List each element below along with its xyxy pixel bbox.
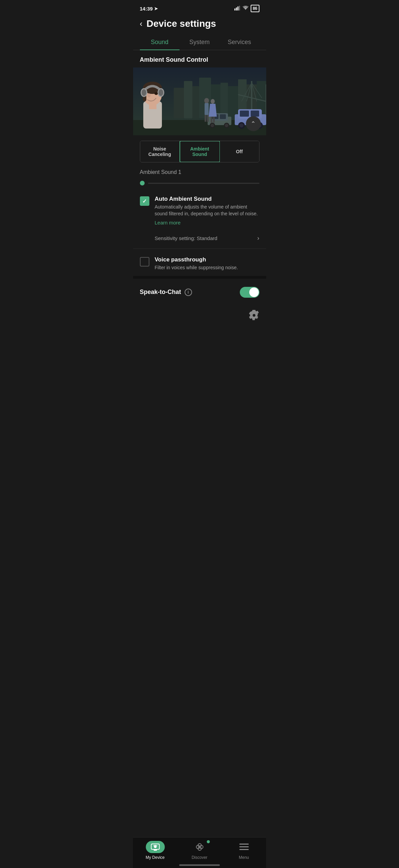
svg-rect-26 bbox=[220, 114, 226, 119]
auto-ambient-description: Automatically adjusts the volume of ambi… bbox=[155, 204, 259, 217]
sensitivity-row[interactable]: Sensitivity setting: Standard › bbox=[133, 231, 266, 246]
time-display: 14:39 bbox=[140, 6, 153, 12]
svg-rect-3 bbox=[239, 6, 240, 11]
svg-rect-0 bbox=[234, 8, 235, 11]
tab-services[interactable]: Services bbox=[219, 35, 259, 50]
svg-rect-5 bbox=[174, 88, 184, 118]
svg-rect-56 bbox=[149, 104, 156, 109]
back-button[interactable]: ‹ bbox=[140, 20, 143, 28]
ambient-hero-image: ⌃ bbox=[133, 67, 266, 135]
svg-rect-34 bbox=[251, 111, 259, 117]
sensitivity-label: Sensitivity setting: Standard bbox=[155, 235, 217, 241]
divider bbox=[133, 249, 266, 249]
tab-sound[interactable]: Sound bbox=[140, 35, 180, 50]
speak-to-chat-label: Speak-to-Chat bbox=[140, 289, 181, 296]
svg-rect-1 bbox=[236, 7, 237, 11]
svg-rect-33 bbox=[240, 111, 249, 117]
svg-rect-45 bbox=[213, 117, 215, 123]
voice-passthrough-title: Voice passthrough bbox=[155, 256, 259, 263]
svg-point-55 bbox=[154, 92, 158, 95]
tab-system[interactable]: System bbox=[180, 35, 219, 50]
learn-more-button[interactable]: Learn more bbox=[155, 220, 181, 225]
mode-selector: Noise Canceling Ambient Sound Off bbox=[140, 141, 259, 162]
settings-gear-row bbox=[133, 306, 266, 331]
svg-rect-6 bbox=[184, 81, 192, 118]
auto-ambient-checkbox[interactable] bbox=[140, 196, 149, 206]
auto-ambient-title: Auto Ambient Sound bbox=[155, 196, 259, 202]
voice-passthrough-checkbox[interactable] bbox=[140, 257, 149, 267]
svg-rect-44 bbox=[211, 117, 212, 123]
svg-point-51 bbox=[142, 89, 146, 96]
mode-off-button[interactable]: Off bbox=[220, 141, 259, 162]
chevron-right-icon: › bbox=[257, 235, 259, 242]
svg-point-36 bbox=[239, 123, 244, 127]
svg-point-28 bbox=[211, 124, 214, 127]
slider-dot bbox=[140, 181, 145, 185]
svg-point-43 bbox=[211, 99, 215, 104]
voice-passthrough-description: Filter in voices while suppressing noise… bbox=[155, 264, 259, 271]
speak-to-chat-left: Speak-to-Chat i bbox=[140, 289, 192, 296]
ambient-section-heading: Ambient Sound Control bbox=[133, 50, 266, 67]
svg-point-39 bbox=[204, 98, 209, 103]
status-time-area: 14:39 ➤ bbox=[140, 6, 158, 12]
voice-passthrough-content: Voice passthrough Filter in voices while… bbox=[155, 256, 259, 271]
collapse-button[interactable]: ⌃ bbox=[246, 116, 261, 131]
mode-ambient-sound-button[interactable]: Ambient Sound bbox=[180, 141, 220, 162]
svg-rect-7 bbox=[192, 86, 199, 118]
auto-ambient-content: Auto Ambient Sound Automatically adjusts… bbox=[155, 196, 259, 226]
tab-bar: Sound System Services bbox=[133, 35, 266, 50]
signal-icon bbox=[234, 6, 240, 12]
svg-rect-2 bbox=[237, 6, 238, 11]
page-title: Device settings bbox=[147, 18, 216, 29]
header: ‹ Device settings bbox=[133, 15, 266, 35]
speak-to-chat-info-icon[interactable]: i bbox=[185, 289, 192, 296]
auto-ambient-row: Auto Ambient Sound Automatically adjusts… bbox=[133, 191, 266, 231]
svg-rect-42 bbox=[207, 115, 209, 122]
location-icon: ➤ bbox=[154, 6, 158, 11]
ambient-slider-row[interactable] bbox=[133, 178, 266, 191]
battery-icon: 86 bbox=[251, 5, 259, 12]
svg-rect-11 bbox=[228, 86, 238, 118]
svg-rect-10 bbox=[220, 83, 228, 118]
speak-to-chat-toggle[interactable] bbox=[240, 287, 259, 298]
svg-point-53 bbox=[159, 89, 163, 96]
svg-rect-41 bbox=[205, 115, 206, 122]
ambient-level-label: Ambient Sound 1 bbox=[133, 168, 266, 178]
wifi-icon bbox=[243, 6, 249, 12]
svg-point-30 bbox=[225, 124, 228, 127]
svg-point-54 bbox=[147, 93, 151, 97]
voice-passthrough-row: Voice passthrough Filter in voices while… bbox=[133, 252, 266, 276]
svg-rect-40 bbox=[205, 103, 209, 115]
slider-track bbox=[148, 183, 259, 184]
status-icons: 86 bbox=[234, 5, 259, 12]
divider-2 bbox=[133, 276, 266, 279]
speak-to-chat-row: Speak-to-Chat i bbox=[133, 279, 266, 306]
mode-noise-canceling-button[interactable]: Noise Canceling bbox=[140, 141, 180, 162]
status-bar: 14:39 ➤ 86 bbox=[133, 0, 266, 15]
settings-gear-button[interactable] bbox=[249, 310, 259, 323]
toggle-knob bbox=[249, 288, 259, 297]
